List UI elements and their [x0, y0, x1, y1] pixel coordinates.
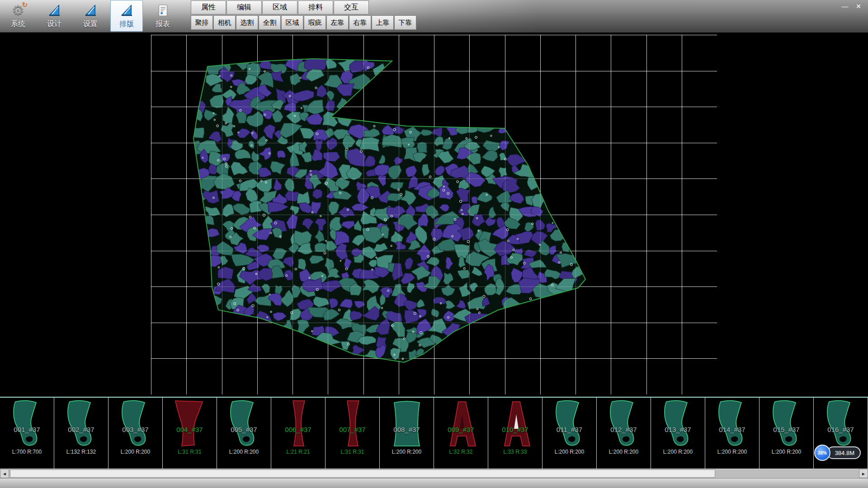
- piece-lr-label: L:200 R:200: [542, 449, 596, 455]
- piece-thumbnail[interactable]: 005_#37 L:200 R:200: [217, 398, 271, 469]
- piece-thumbnail[interactable]: 012_#37 L:200 R:200: [597, 398, 651, 469]
- piece-thumbnail[interactable]: 014_#37 L:200 R:200: [705, 398, 760, 469]
- minimize-button[interactable]: —: [838, 1, 852, 11]
- status-badges: 38% 384.8M: [814, 445, 861, 461]
- piece-name: 013_#37: [651, 426, 705, 433]
- tool-button[interactable]: 左靠: [326, 15, 349, 30]
- piece-shape: [656, 399, 701, 449]
- piece-thumbnail[interactable]: 011_#37 L:200 R:200: [542, 398, 597, 469]
- toolbar-app-system[interactable]: ⚙↻ 系统: [2, 0, 34, 32]
- tool-button[interactable]: 聚排: [191, 15, 213, 30]
- tool-button-row: 聚排相机选割全割区域瑕疵左靠右靠上靠下靠: [191, 15, 417, 30]
- app-label: 排版: [119, 19, 134, 29]
- piece-lr-label: L:200 R:200: [651, 449, 705, 455]
- menu-tab[interactable]: 区域: [262, 0, 297, 14]
- main-toolbar: ⚙↻ 系统 设计 设置 排版 报表: [2, 0, 183, 33]
- toolbar-app-nesting[interactable]: 排版: [110, 0, 143, 32]
- piece-shape: [222, 399, 267, 449]
- tool-button[interactable]: 右靠: [349, 15, 371, 30]
- piece-lr-label: L:200 R:200: [705, 449, 759, 455]
- close-button[interactable]: ×: [852, 1, 865, 11]
- piece-thumbnail[interactable]: 007_#37 L:31 R:31: [326, 398, 380, 469]
- pieces-panel: 001_#37 L:700 R:700 002_#37 L:132 R:132 …: [0, 397, 868, 469]
- tool-button[interactable]: 下靠: [394, 15, 416, 30]
- piece-thumbnail[interactable]: 009_#37 L:32 R:32: [434, 398, 488, 469]
- piece-shape: [113, 399, 158, 449]
- scrollbar-thumb[interactable]: [10, 469, 715, 478]
- nesting-canvas[interactable]: [151, 35, 717, 394]
- piece-name: 016_#37: [814, 426, 868, 433]
- piece-thumbnail[interactable]: 010_#37 L:33 R:33: [488, 398, 542, 469]
- piece-lr-label: L:200 R:200: [380, 449, 434, 455]
- tool-button[interactable]: 上靠: [372, 15, 394, 30]
- app-label: 设计: [47, 19, 61, 29]
- piece-shape: [59, 399, 104, 449]
- piece-thumbnail[interactable]: 003_#37 L:200 R:200: [108, 398, 163, 469]
- tool-button[interactable]: 相机: [213, 15, 236, 30]
- piece-name: 011_#37: [542, 426, 596, 433]
- piece-lr-label: L:132 R:132: [54, 449, 108, 455]
- sail-icon: [119, 2, 134, 19]
- piece-thumbnail[interactable]: 006_#37 L:21 R:21: [271, 398, 326, 469]
- piece-lr-label: L:33 R:33: [488, 449, 542, 455]
- piece-name: 002_#37: [54, 426, 108, 433]
- menu-tab[interactable]: 排料: [298, 0, 333, 14]
- piece-lr-label: L:200 R:200: [217, 449, 271, 455]
- window-controls: — ×: [838, 1, 865, 11]
- piece-shape: [547, 399, 592, 449]
- piece-shape: [330, 399, 375, 449]
- piece-shape: [493, 399, 538, 449]
- piece-shape: [384, 399, 429, 449]
- piece-shape: [601, 399, 646, 449]
- piece-shape: [5, 399, 50, 449]
- piece-name: 001_#37: [0, 426, 54, 433]
- app-label: 系统: [11, 19, 25, 29]
- piece-name: 015_#37: [760, 426, 813, 433]
- progress-badge: 38%: [814, 445, 830, 461]
- piece-name: 012_#37: [597, 426, 651, 433]
- horizontal-scrollbar[interactable]: ◄ ►: [0, 469, 868, 478]
- piece-name: 007_#37: [326, 426, 379, 433]
- toolbar-app-settings[interactable]: 设置: [74, 0, 107, 32]
- tool-button[interactable]: 瑕疵: [304, 15, 326, 30]
- piece-name: 003_#37: [108, 426, 162, 433]
- piece-thumbnail[interactable]: 004_#37 L:31 R:31: [163, 398, 217, 469]
- piece-lr-label: L:200 R:200: [108, 449, 162, 455]
- piece-thumbnail[interactable]: 008_#37 L:200 R:200: [380, 398, 434, 469]
- piece-lr-label: L:31 R:31: [163, 449, 217, 455]
- app-label: 报表: [156, 19, 170, 29]
- piece-shape: [710, 399, 755, 449]
- piece-thumbnail[interactable]: 013_#37 L:200 R:200: [651, 398, 705, 469]
- toolbar-app-report[interactable]: 报表: [146, 0, 179, 32]
- piece-lr-label: L:200 R:200: [597, 449, 651, 455]
- toolbar-app-design[interactable]: 设计: [38, 0, 71, 32]
- menu-tab[interactable]: 交互: [334, 0, 369, 14]
- piece-shape: [276, 399, 321, 449]
- workspace: [0, 33, 868, 397]
- piece-shape: [439, 399, 484, 449]
- tool-button[interactable]: 全割: [259, 15, 281, 30]
- status-bar: [0, 478, 868, 488]
- piece-name: 006_#37: [271, 426, 325, 433]
- piece-lr-label: L:31 R:31: [326, 449, 379, 455]
- menu-tab[interactable]: 属性: [191, 0, 226, 14]
- sail-icon: [47, 2, 62, 19]
- piece-thumbnail[interactable]: 001_#37 L:700 R:700: [0, 398, 54, 469]
- tool-button[interactable]: 选割: [236, 15, 258, 30]
- piece-name: 005_#37: [217, 426, 271, 433]
- tool-button[interactable]: 区域: [281, 15, 303, 30]
- piece-lr-label: L:32 R:32: [434, 449, 488, 455]
- menu-tab[interactable]: 编辑: [226, 0, 262, 14]
- piece-name: 009_#37: [434, 426, 488, 433]
- report-icon: [155, 2, 170, 19]
- scroll-left-arrow[interactable]: ◄: [0, 469, 9, 478]
- piece-shape: [167, 399, 212, 449]
- app-window: ⚙↻ 系统 设计 设置 排版 报表 属性编辑区域排料交互 聚排相机选割全割区域瑕…: [0, 0, 868, 488]
- piece-lr-label: L:200 R:200: [760, 449, 813, 455]
- piece-name: 004_#37: [163, 426, 217, 433]
- app-label: 设置: [83, 19, 98, 29]
- scroll-right-arrow[interactable]: ►: [859, 469, 868, 478]
- piece-thumbnail[interactable]: 002_#37 L:132 R:132: [54, 398, 108, 469]
- piece-name: 014_#37: [705, 426, 759, 433]
- piece-thumbnail[interactable]: 015_#37 L:200 R:200: [760, 398, 814, 469]
